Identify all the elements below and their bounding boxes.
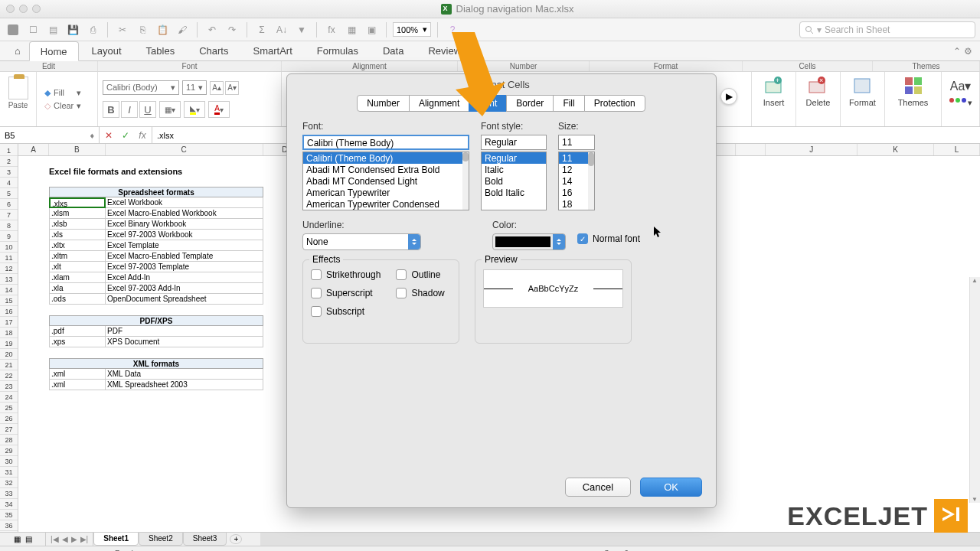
insert-cells-button[interactable]: + Insert bbox=[759, 73, 789, 109]
superscript-checkbox[interactable]: Superscript bbox=[311, 288, 381, 298]
format-painter-icon[interactable]: 🖌 bbox=[174, 21, 191, 38]
search-input[interactable]: ▾ Search in Sheet bbox=[799, 21, 975, 38]
italic-button[interactable]: I bbox=[121, 101, 138, 118]
ribbon-tab-review[interactable]: Review bbox=[416, 41, 472, 60]
ribbon-tab-home-icon[interactable]: ⌂ bbox=[8, 41, 28, 60]
table-row[interactable]: .xmlXML Spreadsheet 2003 bbox=[49, 380, 263, 390]
row-number[interactable]: 14 bbox=[0, 285, 18, 295]
subscript-checkbox[interactable]: Subscript bbox=[311, 306, 381, 317]
sheet-tab-2[interactable]: Sheet2 bbox=[139, 532, 183, 546]
filter-icon[interactable]: ▼ bbox=[293, 21, 310, 38]
new-workbook-icon[interactable]: ☐ bbox=[24, 21, 41, 38]
font-color-button[interactable]: A▾ bbox=[208, 101, 230, 118]
themes-button[interactable]: Themes bbox=[893, 73, 933, 109]
font-listbox[interactable]: Calibri (Theme Body) Abadi MT Condensed … bbox=[302, 152, 469, 210]
minimize-window-icon[interactable] bbox=[19, 5, 28, 13]
row-number[interactable]: 6 bbox=[0, 199, 18, 210]
paste-button[interactable]: Paste bbox=[5, 73, 31, 112]
bold-button[interactable]: B bbox=[103, 101, 119, 118]
themes-aa-button[interactable]: Aa▾ ▾ bbox=[945, 73, 977, 109]
open-icon[interactable]: ▤ bbox=[44, 21, 61, 38]
ok-button[interactable]: OK bbox=[640, 478, 702, 497]
shadow-checkbox[interactable]: Shadow bbox=[396, 288, 444, 298]
row-number[interactable]: 17 bbox=[0, 317, 18, 328]
autosum-icon[interactable]: Σ bbox=[253, 21, 270, 38]
sheet-nav-next-icon[interactable]: ▶ bbox=[71, 535, 77, 543]
zoom-level[interactable]: 100%▾ bbox=[393, 22, 431, 37]
font-size-input[interactable]: 11 bbox=[558, 135, 595, 150]
row-number[interactable]: 27 bbox=[0, 424, 18, 435]
outline-checkbox[interactable]: Outline bbox=[396, 269, 444, 280]
row-number[interactable]: 2 bbox=[0, 156, 18, 167]
table-row[interactable]: .xltmExcel Macro-Enabled Template bbox=[49, 251, 263, 262]
font-size-listbox[interactable]: 11 12 14 16 18 bbox=[558, 152, 595, 210]
table-row[interactable]: .xpsXPS Document bbox=[49, 337, 263, 347]
table-row[interactable]: .xlsExcel 97-2003 Workbook bbox=[49, 230, 263, 240]
increase-font-icon[interactable]: A▴ bbox=[210, 81, 224, 95]
sheet-nav-last-icon[interactable]: ▶| bbox=[80, 535, 89, 543]
decrease-font-icon[interactable]: A▾ bbox=[225, 81, 239, 95]
row-number[interactable]: 9 bbox=[0, 231, 18, 242]
row-number[interactable]: 10 bbox=[0, 242, 18, 253]
media-icon[interactable]: ▣ bbox=[363, 21, 380, 38]
font-style-input[interactable]: Regular bbox=[481, 135, 547, 150]
name-box[interactable]: B5♦ bbox=[0, 127, 100, 143]
table-row[interactable]: .xlxsExcel Workbook bbox=[49, 197, 263, 208]
fx-icon[interactable]: fx bbox=[136, 129, 149, 142]
cancel-button[interactable]: Cancel bbox=[565, 478, 631, 497]
excel-menu-icon[interactable] bbox=[5, 21, 21, 38]
row-number[interactable]: 28 bbox=[0, 435, 18, 445]
dialog-tab-border[interactable]: Border bbox=[506, 95, 554, 112]
row-number[interactable]: 25 bbox=[0, 403, 18, 413]
row-number[interactable]: 15 bbox=[0, 295, 18, 306]
font-color-select[interactable] bbox=[492, 233, 566, 250]
redo-icon[interactable]: ↷ bbox=[224, 21, 240, 38]
dialog-tab-font[interactable]: Font bbox=[469, 95, 507, 112]
table-row[interactable]: .odsOpenDocument Spreadsheet bbox=[49, 294, 263, 305]
table-row[interactable]: .xlsmExcel Macro-Enabled Workbook bbox=[49, 208, 263, 219]
row-number[interactable]: 16 bbox=[0, 306, 18, 317]
row-number[interactable]: 33 bbox=[0, 488, 18, 499]
table-row[interactable]: .pdfPDF bbox=[49, 326, 263, 337]
row-number[interactable]: 29 bbox=[0, 445, 18, 456]
ribbon-tab-layout[interactable]: Layout bbox=[80, 41, 133, 60]
row-number[interactable]: 22 bbox=[0, 370, 18, 381]
maximize-window-icon[interactable] bbox=[32, 5, 41, 13]
row-number[interactable]: 8 bbox=[0, 220, 18, 231]
dialog-tab-alignment[interactable]: Alignment bbox=[409, 95, 469, 112]
table-row[interactable]: .xltExcel 97-2003 Template bbox=[49, 262, 263, 272]
row-number[interactable]: 4 bbox=[0, 178, 18, 188]
font-name-select[interactable]: Calibri (Body)▾ bbox=[103, 80, 179, 95]
ribbon-settings-icon[interactable]: ⚙ bbox=[964, 46, 972, 57]
dialog-tab-fill[interactable]: Fill bbox=[553, 95, 584, 112]
dialog-tab-protection[interactable]: Protection bbox=[584, 95, 645, 112]
table-row[interactable]: .xltxExcel Template bbox=[49, 240, 263, 251]
sheet-tab-3[interactable]: Sheet3 bbox=[183, 532, 227, 546]
border-button[interactable]: ▦▾ bbox=[159, 101, 181, 118]
sheet-nav-first-icon[interactable]: |◀ bbox=[51, 535, 59, 543]
accept-formula-icon[interactable]: ✓ bbox=[119, 129, 132, 142]
row-number[interactable]: 20 bbox=[0, 349, 18, 360]
row-number[interactable]: 30 bbox=[0, 456, 18, 467]
ribbon-tab-formulas[interactable]: Formulas bbox=[305, 41, 370, 60]
clear-button[interactable]: ◇Clear▾ bbox=[41, 100, 84, 112]
sort-icon[interactable]: A↓ bbox=[273, 21, 290, 38]
horizontal-scrollbar[interactable] bbox=[260, 533, 980, 546]
table-row[interactable]: .xlsbExcel Binary Workbook bbox=[49, 219, 263, 230]
page-layout-view-icon[interactable]: ▤ bbox=[25, 535, 32, 543]
row-number[interactable]: 35 bbox=[0, 510, 18, 520]
row-number[interactable]: 5 bbox=[0, 188, 18, 199]
underline-select[interactable]: None bbox=[302, 233, 421, 250]
strikethrough-checkbox[interactable]: Strikethrough bbox=[311, 269, 381, 280]
row-number[interactable]: 31 bbox=[0, 467, 18, 478]
row-number[interactable]: 1 bbox=[0, 145, 18, 156]
dialog-tab-number[interactable]: Number bbox=[357, 95, 410, 112]
sheet-tab-1[interactable]: Sheet1 bbox=[93, 532, 139, 546]
font-name-input[interactable]: Calibri (Theme Body) bbox=[302, 135, 469, 150]
vertical-scrollbar[interactable] bbox=[969, 277, 980, 503]
format-cells-button[interactable]: Format bbox=[844, 73, 880, 109]
row-number[interactable]: 13 bbox=[0, 274, 18, 285]
copy-icon[interactable]: ⎘ bbox=[134, 21, 151, 38]
ribbon-tab-tables[interactable]: Tables bbox=[135, 41, 187, 60]
cancel-formula-icon[interactable]: ✕ bbox=[103, 129, 115, 142]
